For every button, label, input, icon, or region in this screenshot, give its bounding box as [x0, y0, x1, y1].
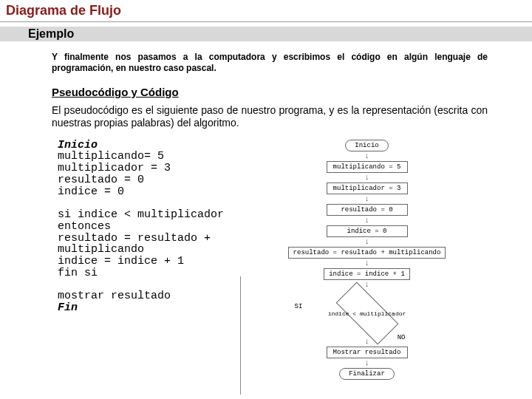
code-line: multiplicando= 5 [58, 150, 164, 163]
desc-text: El pseudocódigo es el siguiente paso de … [52, 104, 488, 129]
example-label: Ejemplo [28, 27, 532, 41]
arrow-icon: ↓ [364, 238, 369, 246]
fc-start: Inicio [345, 140, 388, 151]
label-no: NO [398, 334, 406, 341]
arrow-icon: ↓ [364, 152, 369, 160]
arrow-icon: ↓ [364, 216, 369, 225]
fc-end: Finalizar [339, 368, 395, 380]
arrow-icon: ↓ [364, 281, 369, 289]
arrow-icon: ↓ [364, 259, 369, 267]
kw-inicio: Inicio [58, 139, 98, 151]
intro-text: Y finalmente nos pasamos a la computador… [52, 52, 488, 74]
code-line: resultado = resultado + [58, 232, 211, 245]
columns: Inicio multiplicando= 5 multiplicador = … [52, 140, 488, 380]
fc-output: Mostrar resultado [327, 347, 408, 358]
kw-fin: Fin [58, 301, 78, 314]
code-line: multiplicador = 3 [58, 162, 171, 174]
code-line: indice = indice + 1 [58, 255, 184, 267]
code-line: indice = 0 [58, 185, 124, 198]
pseudocode-block: Inicio multiplicando= 5 multiplicador = … [58, 140, 224, 314]
fc-node: indice = 0 [327, 225, 408, 237]
code-line: fin si [58, 267, 98, 279]
arrow-icon: ↓ [364, 174, 369, 182]
fc-node: resultado = 0 [327, 204, 408, 216]
code-line: multiplicando [58, 243, 144, 256]
fc-node: multiplicador = 3 [327, 183, 408, 194]
code-line: entonces [58, 220, 111, 233]
flowchart: Inicio ↓ multiplicando = 5 ↓ multiplicad… [246, 140, 488, 380]
decision-wrap: SI indice < multiplicador NO [293, 290, 441, 337]
code-line: si indice < multiplicador [58, 208, 224, 221]
subheading-pseudocode: Pseudocódigo y Código [52, 86, 488, 98]
arrow-icon: ↓ [364, 195, 369, 203]
arrow-icon: ↓ [364, 338, 369, 346]
fc-node: multiplicando = 5 [327, 161, 408, 173]
fc-node: indice = indice + 1 [324, 268, 410, 280]
content: Y finalmente nos pasamos a la computador… [0, 41, 532, 380]
code-line: mostrar resultado [58, 290, 171, 302]
label-si: SI [295, 303, 303, 310]
page-title: Diagrama de Flujo [0, 0, 532, 22]
fc-decision: indice < multiplicador [335, 282, 398, 344]
example-bar: Ejemplo [0, 27, 532, 41]
arrow-icon: ↓ [364, 359, 369, 367]
code-line: resultado = 0 [58, 174, 144, 186]
fc-node: resultado = resultado + multiplicando [288, 247, 446, 259]
loop-left-line [240, 276, 241, 395]
